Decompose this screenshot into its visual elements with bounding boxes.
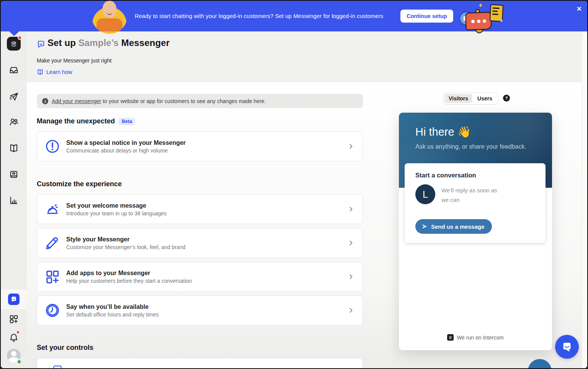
intercom-logo-icon: [447, 334, 454, 341]
intercom-logo-icon[interactable]: [7, 37, 21, 51]
card-availability[interactable]: Say when you’ll be available Set default…: [37, 295, 363, 325]
main-content: i Add your messenger to your website or …: [27, 82, 588, 369]
reports-icon[interactable]: [9, 195, 19, 205]
card-title: Say when you’ll be available: [66, 303, 347, 310]
help-icon[interactable]: ?: [503, 95, 510, 102]
greeting-text: Hi there 👋: [415, 125, 471, 138]
card-subtitle: Communicate about delays or high volume: [66, 148, 347, 154]
chat-megaphone-icon: [465, 12, 492, 30]
chevron-right-icon: [347, 307, 355, 314]
clock-icon: [44, 302, 61, 319]
card-icon-partial: [53, 366, 62, 369]
send-icon: [421, 223, 428, 230]
toggle-visitors[interactable]: Visitors: [444, 94, 472, 103]
concierge-bell-icon: [44, 201, 61, 218]
teammate-initial-avatar: L: [415, 184, 435, 204]
card-welcome-message[interactable]: Set your welcome message Introduce your …: [37, 194, 363, 224]
app-window: Ready to start chatting with your logged…: [0, 0, 588, 369]
card-title: Set your welcome message: [66, 202, 347, 209]
card-subtitle: Help your customers before they start a …: [66, 278, 347, 284]
scrollbar-gutter: [581, 31, 588, 369]
section-heading-customize-the-experience: Customize the experience: [37, 180, 122, 188]
online-status-dot: [17, 359, 21, 364]
start-conversation-card: Start a conversation L We’ll reply as so…: [405, 163, 546, 243]
pencil-icon: [44, 235, 61, 251]
apps-plus-icon: [44, 268, 61, 285]
preview-launcher-button[interactable]: [528, 359, 552, 369]
notification-dot: [18, 36, 22, 40]
close-icon[interactable]: ✕: [577, 5, 582, 13]
notice-bar: i Add your messenger to your website or …: [37, 94, 363, 108]
chevron-right-icon: [347, 239, 355, 247]
page-header: Set up Sample’s Messenger Make your Mess…: [27, 31, 588, 82]
chevron-right-icon: [347, 143, 355, 150]
chevron-right-icon: [347, 273, 355, 280]
page-title: Set up Sample’s Messenger: [47, 38, 170, 48]
audience-toggle: Visitors Users: [443, 92, 498, 105]
sidebar-item-messenger[interactable]: [8, 294, 20, 305]
card-style-messenger[interactable]: Style your Messenger Customize your Mess…: [37, 228, 363, 258]
greeting-subtitle: Ask us anything, or share your feedback.: [415, 143, 526, 150]
card-title: Show a special notice in your Messenger: [66, 139, 347, 146]
articles-icon[interactable]: [9, 143, 19, 153]
card-subtitle: Introduce your team in up to 38 language…: [66, 210, 347, 216]
card-add-apps[interactable]: Add apps to your Messenger Help your cus…: [37, 262, 363, 292]
add-your-messenger-link[interactable]: Add your messenger: [52, 98, 101, 104]
notification-dot: [16, 330, 20, 334]
banner-message: Ready to start chatting with your logged…: [135, 1, 383, 31]
contacts-icon[interactable]: [9, 117, 19, 127]
alert-circle-icon: [44, 138, 61, 155]
chevron-right-icon: [347, 205, 355, 213]
info-icon: i: [42, 98, 48, 104]
beta-badge: Beta: [119, 118, 135, 125]
page-subtitle: Make your Messenger just right: [37, 57, 111, 64]
book-icon: [37, 69, 44, 75]
section-heading-manage-the-unexpected: Manage the unexpected Beta: [37, 117, 135, 125]
conversation-heading: Start a conversation: [415, 172, 476, 179]
help-center-icon[interactable]: [9, 169, 19, 179]
card-partial[interactable]: [37, 358, 363, 369]
branding-text: We run on Intercom: [457, 335, 504, 341]
continue-setup-button[interactable]: Continue setup: [400, 10, 453, 23]
inbox-icon[interactable]: [9, 65, 19, 75]
messenger-bubble-icon: [561, 341, 573, 353]
outbound-icon[interactable]: [9, 92, 19, 102]
card-subtitle: Customize your Messenger’s look, feel, a…: [66, 244, 347, 250]
intercom-launcher-button[interactable]: [555, 335, 579, 359]
learn-how-link[interactable]: Learn how: [37, 69, 72, 75]
apps-icon[interactable]: [9, 314, 19, 324]
card-title: Style your Messenger: [66, 236, 347, 243]
section-heading-set-your-controls: Set your controls: [37, 344, 93, 352]
sidebar: [1, 31, 27, 369]
banner-pointer-arrow: [9, 31, 19, 36]
messenger-preview: Hi there 👋 Ask us anything, or share you…: [399, 113, 552, 350]
card-special-notice[interactable]: Show a special notice in your Messenger …: [37, 131, 363, 161]
intercom-branding[interactable]: We run on Intercom: [399, 334, 552, 341]
workspace-name: Sample’s: [78, 38, 119, 48]
card-title: Add apps to your Messenger: [66, 270, 347, 277]
messenger-chat-icon: [37, 40, 45, 48]
setup-banner: Ready to start chatting with your logged…: [1, 1, 588, 31]
toggle-users[interactable]: Users: [473, 94, 497, 103]
send-message-button[interactable]: Send us a message: [415, 219, 492, 234]
teammate-avatar: [91, 0, 127, 34]
banner-illustration: ✦: [457, 2, 503, 31]
sparkle-icon: ✦: [478, 2, 483, 10]
reply-time-note: We’ll reply as soon as we can: [441, 185, 503, 205]
card-subtitle: Set default office hours and reply times: [66, 312, 347, 318]
